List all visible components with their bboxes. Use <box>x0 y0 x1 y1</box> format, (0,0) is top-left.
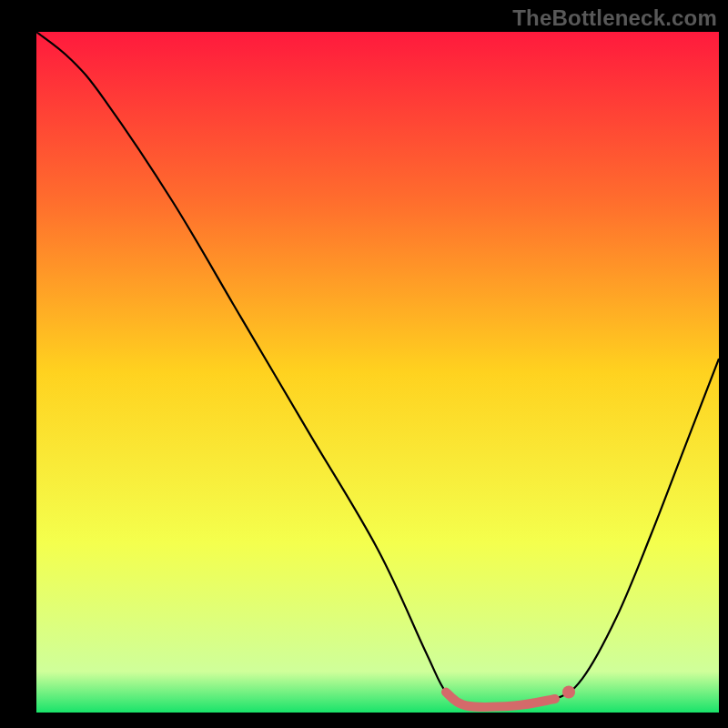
chart-frame: TheBottleneck.com <box>0 0 728 728</box>
bottleneck-chart <box>0 0 728 728</box>
optimal-end-dot <box>562 686 575 699</box>
chart-background <box>36 32 719 713</box>
